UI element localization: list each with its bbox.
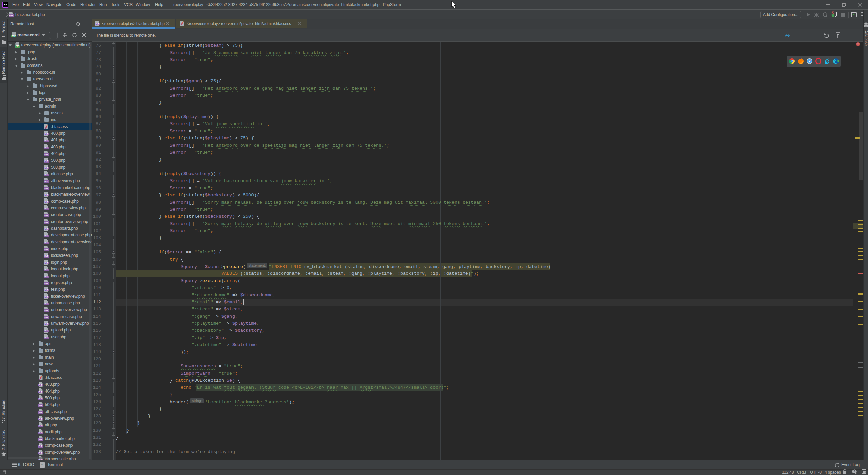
svg-text:?: ? — [854, 470, 855, 473]
